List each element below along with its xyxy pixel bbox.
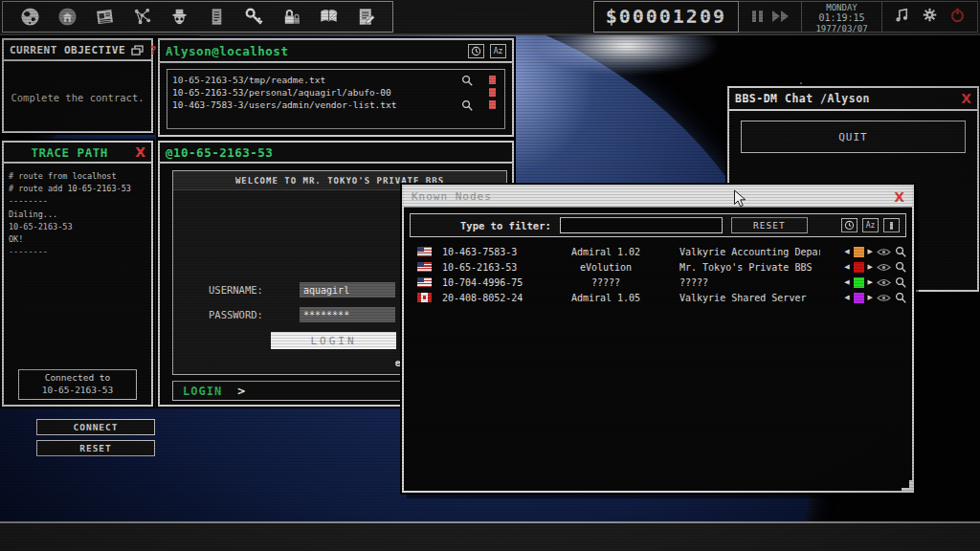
node-ip: 10-65-2163-53 [438, 262, 538, 273]
country-flag-us-icon [417, 262, 432, 272]
login-tab-label: LOGIN [183, 385, 222, 398]
reset-button[interactable]: RESET [36, 440, 155, 456]
app-key-cracker-icon[interactable] [242, 6, 265, 29]
search-icon[interactable] [895, 276, 906, 288]
music-icon[interactable] [894, 7, 910, 27]
window-title: Known Nodes [412, 190, 492, 203]
file-row[interactable]: 10-65-2163-53/personal/aquagirl/abufo-00 [172, 86, 500, 99]
trace-titlebar[interactable]: TRACE PATH X [4, 143, 151, 164]
files-titlebar[interactable]: Alyson@localhost Az [160, 40, 512, 63]
password-row: PASSWORD: [209, 307, 395, 322]
node-controls: ◀▶ [820, 261, 906, 273]
money-display: $00001209 [593, 1, 739, 33]
country-flag-us-icon [417, 247, 432, 256]
game-clock: MONDAY 01:19:15 1977/03/07 [802, 1, 882, 33]
node-color-swatch[interactable] [854, 247, 864, 257]
file-marker[interactable] [489, 100, 496, 109]
color-prev-icon[interactable]: ◀ [844, 278, 849, 286]
search-icon[interactable] [461, 99, 473, 111]
app-world-map-icon[interactable] [18, 6, 41, 29]
file-row[interactable]: 10-65-2163-53/tmp/readme.txt [172, 74, 500, 86]
node-description: Valkyrie Shared Server [674, 293, 820, 303]
clock-date: 1977/03/07 [812, 24, 872, 33]
chat-titlebar[interactable]: BBS-DM Chat /Alyson X [729, 88, 977, 111]
node-controls: ◀▶ [820, 292, 906, 303]
sort-az-icon[interactable]: Az [862, 218, 879, 232]
file-marker[interactable] [489, 88, 496, 97]
color-prev-icon[interactable]: ◀ [844, 263, 849, 271]
search-icon[interactable] [895, 261, 906, 273]
password-field[interactable] [300, 307, 395, 322]
node-row[interactable]: 10-463-7583-3Admiral 1.02Valkyrie Accoun… [410, 244, 906, 259]
app-trace-route-icon[interactable] [130, 6, 153, 29]
color-next-icon[interactable]: ▶ [868, 263, 873, 271]
nodes-titlebar[interactable]: Known Nodes X [404, 187, 912, 207]
username-label: USERNAME: [209, 284, 300, 296]
fast-forward-icon[interactable] [772, 8, 790, 26]
close-icon[interactable]: X [961, 92, 971, 105]
node-description: ????? [674, 277, 820, 288]
trace-line: Dialing... [9, 209, 146, 221]
help-icon[interactable]: ? [149, 43, 157, 57]
node-color-swatch[interactable] [854, 262, 864, 273]
node-color-swatch[interactable] [854, 293, 864, 303]
filter-label: Type to filter: [460, 220, 551, 231]
power-icon[interactable] [949, 7, 966, 27]
node-row[interactable]: 20-408-8052-24Admiral 1.05Valkyrie Share… [410, 290, 906, 305]
eye-icon[interactable] [877, 278, 891, 287]
search-icon[interactable] [895, 246, 906, 257]
stack-windows-icon[interactable] [131, 45, 144, 55]
window-file-collection: Alyson@localhost Az 10-65-2163-53/tmp/re… [158, 38, 514, 137]
app-notes-icon[interactable] [354, 6, 377, 29]
close-icon[interactable]: X [894, 190, 904, 204]
file-row[interactable]: 10-463-7583-3/users/admin/vendor-list.tx… [172, 99, 500, 111]
connect-button[interactable]: CONNECT [36, 419, 155, 435]
color-next-icon[interactable]: ▶ [868, 248, 873, 255]
sort-time-icon[interactable] [841, 218, 858, 232]
node-color-swatch[interactable] [854, 277, 864, 288]
objective-text: Complete the contract. [4, 63, 151, 131]
username-field[interactable] [300, 282, 395, 298]
color-next-icon[interactable]: ▶ [868, 278, 873, 286]
app-encryption-icon[interactable] [279, 6, 302, 29]
bbs-titlebar[interactable]: @10-65-2163-53 [160, 143, 512, 164]
quit-button[interactable]: QUIT [741, 121, 966, 153]
window-title: CURRENT OBJECTIVE [10, 44, 125, 56]
status-line: Connected to [19, 372, 136, 385]
search-icon[interactable] [461, 75, 473, 86]
eye-icon[interactable] [877, 294, 891, 302]
app-icon-tray [2, 1, 393, 33]
node-row[interactable]: 10-65-2163-53eVolutionMr. Tokyo's Privat… [410, 259, 906, 275]
time-controls [739, 1, 802, 33]
sort-time-icon[interactable] [468, 44, 484, 58]
app-home-base-icon[interactable] [56, 6, 78, 29]
game-screen: $00001209 MONDAY 01:19:15 1977/03/07 CUR… [0, 0, 980, 551]
color-next-icon[interactable]: ▶ [868, 294, 873, 301]
trace-line: OK! [9, 233, 146, 246]
app-contracts-book-icon[interactable] [317, 6, 340, 29]
sort-az-icon[interactable]: Az [490, 44, 506, 58]
status-line: 10-65-2163-53 [19, 385, 136, 397]
app-server-list-icon[interactable] [205, 6, 228, 29]
color-prev-icon[interactable]: ◀ [844, 294, 849, 301]
eye-icon[interactable] [877, 263, 891, 272]
window-title: TRACE PATH [10, 145, 129, 160]
app-hacker-tools-icon[interactable] [167, 6, 190, 29]
node-os: Admiral 1.02 [538, 247, 674, 257]
pause-icon[interactable] [750, 8, 764, 26]
resize-handle[interactable] [902, 480, 914, 493]
node-os: ????? [538, 277, 674, 288]
node-row[interactable]: 10-704-4996-75??????????◀▶ [410, 275, 906, 290]
bbs-login-button[interactable]: LOGIN [271, 332, 396, 349]
settings-gear-icon[interactable] [922, 7, 938, 27]
color-prev-icon[interactable]: ◀ [844, 248, 849, 255]
objective-titlebar[interactable]: CURRENT OBJECTIVE ? [4, 40, 151, 61]
file-marker[interactable] [489, 76, 496, 84]
filter-input[interactable] [560, 217, 723, 233]
close-icon[interactable]: X [135, 145, 145, 159]
sort-flag-icon[interactable] [883, 218, 900, 232]
eye-icon[interactable] [877, 248, 891, 256]
search-icon[interactable] [895, 292, 906, 303]
filter-reset-button[interactable]: RESET [731, 217, 808, 233]
app-news-reader-icon[interactable] [93, 6, 116, 29]
